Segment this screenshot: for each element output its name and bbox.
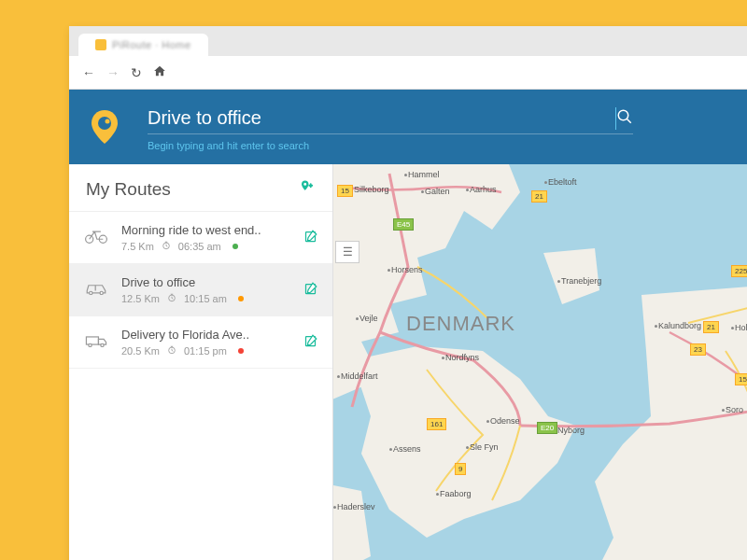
browser-tab-strip: PiRoute · Home — [69, 26, 747, 56]
country-label: DENMARK — [406, 312, 515, 336]
route-meta: 20.5 Km 01:15 pm — [121, 345, 292, 357]
back-icon[interactable]: ← — [82, 65, 95, 80]
svg-point-8 — [90, 291, 92, 294]
search-input[interactable] — [148, 107, 747, 129]
route-meta: 7.5 Km 06:35 am — [121, 241, 292, 252]
route-distance: 12.5 Km — [121, 293, 160, 304]
route-time: 06:35 am — [178, 241, 221, 252]
map-city-label: Horsens — [391, 265, 423, 274]
map-city-label: Odense — [490, 416, 520, 426]
route-time: 01:15 pm — [184, 345, 227, 357]
route-meta: 12.5 Km 10:15 am — [121, 293, 292, 304]
car-icon — [84, 281, 110, 300]
status-dot — [238, 348, 244, 354]
map-menu-icon[interactable]: ☰ — [335, 241, 359, 263]
svg-point-2 — [618, 110, 628, 120]
road-badge: 23 — [690, 343, 706, 356]
map-city-label: Faaborg — [440, 489, 472, 498]
svg-point-1 — [106, 119, 110, 124]
route-time: 10:15 am — [184, 293, 227, 304]
forward-icon[interactable]: → — [106, 65, 120, 80]
route-title: Drive to office — [121, 275, 292, 289]
road-badge: 15 — [337, 185, 353, 197]
svg-line-3 — [627, 119, 631, 123]
map-city-label: Assens — [393, 444, 421, 454]
search-hint: Begin typing and hit enter to search — [148, 140, 747, 151]
map-view[interactable]: ☰ DENMARK HammelSilkeborgGaltenAarhusEbe… — [333, 164, 747, 560]
clock-icon — [162, 241, 171, 252]
map-city-label: Middelfart — [341, 371, 378, 381]
clock-icon — [167, 345, 176, 357]
edit-icon[interactable] — [303, 282, 317, 299]
map-city-label: Silkeborg — [354, 185, 389, 194]
road-badge: 155 — [735, 373, 747, 385]
favicon-icon — [95, 39, 106, 50]
logo-icon[interactable] — [84, 106, 125, 147]
tab-title: PiRoute · Home — [112, 39, 191, 50]
map-city-label: Tranebjerg — [561, 276, 601, 286]
road-badge: 21 — [703, 321, 719, 333]
search-icon[interactable] — [616, 108, 633, 129]
road-badge: 161 — [427, 418, 446, 430]
map-city-label: Sle Fyn — [470, 442, 499, 452]
svg-point-0 — [98, 117, 111, 130]
routes-sidebar: My Routes Morning ride to west end.. 7.5… — [69, 164, 333, 560]
road-badge: 225 — [731, 265, 747, 277]
map-city-label: Holb — [735, 323, 747, 332]
sidebar-footer: Last update: 06-04-2014, 03:15 pm — [69, 549, 332, 560]
browser-tab[interactable]: PiRoute · Home — [78, 34, 208, 56]
map-city-label: Ebeltoft — [548, 177, 577, 187]
status-dot — [238, 296, 244, 301]
map-city-label: Nordfyns — [445, 353, 479, 362]
route-item[interactable]: Delivery to Florida Ave.. 20.5 Km 01:15 … — [69, 316, 332, 369]
map-city-label: Nyborg — [557, 426, 585, 435]
map-city-label: Galten — [425, 187, 450, 196]
map-city-label: Kalundborg — [658, 321, 701, 330]
app-header: Begin typing and hit enter to search My … — [69, 90, 747, 164]
edit-icon[interactable] — [303, 230, 317, 246]
map-city-label: Vejle — [359, 314, 378, 323]
reload-icon[interactable]: ↻ — [131, 65, 142, 80]
add-route-icon[interactable] — [299, 179, 316, 200]
road-badge: 9 — [455, 463, 466, 475]
search-input-wrap — [148, 107, 633, 134]
road-badge: 21 — [531, 190, 547, 203]
svg-point-15 — [101, 343, 104, 346]
route-title: Morning ride to west end.. — [121, 223, 292, 237]
home-icon[interactable] — [153, 64, 166, 80]
svg-point-9 — [100, 291, 103, 294]
road-badge: E45 — [393, 218, 414, 231]
status-dot — [233, 244, 238, 249]
map-city-label: Soro — [726, 405, 743, 414]
svg-rect-13 — [86, 336, 98, 343]
route-item[interactable]: Drive to office 12.5 Km 10:15 am — [69, 264, 332, 316]
clock-icon — [167, 293, 176, 304]
sidebar-title: My Routes — [86, 179, 171, 200]
map-city-label: Aarhus — [470, 185, 497, 194]
route-title: Delivery to Florida Ave.. — [121, 328, 292, 342]
map-city-label: Hammel — [408, 170, 440, 179]
svg-point-14 — [89, 343, 92, 346]
map-city-label: Haderslev — [337, 502, 375, 511]
edit-icon[interactable] — [303, 334, 317, 351]
route-distance: 20.5 Km — [121, 345, 160, 357]
bicycle-icon — [84, 228, 110, 248]
browser-toolbar: ← → ↻ — [69, 56, 747, 90]
route-item[interactable]: Morning ride to west end.. 7.5 Km 06:35 … — [69, 212, 332, 264]
road-badge: E20 — [537, 422, 557, 434]
route-distance: 7.5 Km — [121, 241, 154, 252]
truck-icon — [84, 333, 110, 352]
